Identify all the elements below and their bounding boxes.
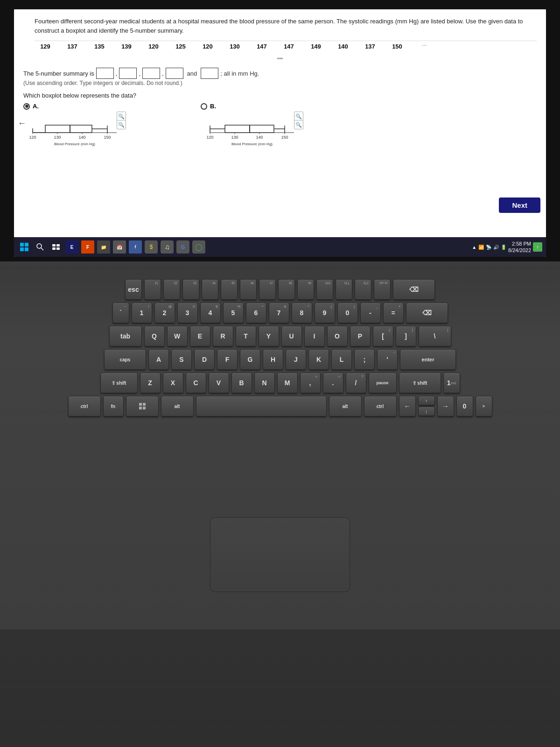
key-0[interactable]: )0 — [337, 303, 358, 323]
key-t[interactable]: T — [236, 326, 256, 346]
summary-input-3[interactable] — [142, 68, 160, 79]
key-y[interactable]: Y — [259, 326, 279, 346]
summary-input-5[interactable] — [201, 68, 218, 79]
key-0-numpad[interactable]: 0 — [456, 396, 473, 416]
key-2[interactable]: @2 — [154, 303, 175, 323]
key-ctrl-left[interactable]: ctrl — [68, 396, 101, 416]
app-icon-2[interactable]: F — [81, 240, 94, 254]
key-o[interactable]: O — [327, 326, 348, 346]
search-icon[interactable] — [34, 240, 47, 254]
key-n[interactable]: N — [254, 373, 275, 393]
key-9[interactable]: (9 — [315, 303, 335, 323]
key-f4[interactable]: f4 — [202, 279, 218, 300]
key-f3[interactable]: f3 — [182, 279, 199, 300]
key-f2[interactable]: f2 — [163, 279, 180, 300]
key-h[interactable]: H — [263, 349, 283, 370]
key-r[interactable]: R — [213, 326, 233, 346]
key-w[interactable]: W — [167, 326, 188, 346]
key-equals[interactable]: += — [383, 303, 404, 323]
radio-b-dot[interactable] — [201, 103, 207, 110]
key-fn[interactable]: fn — [103, 396, 124, 416]
key-rbracket[interactable]: }] — [396, 326, 416, 346]
key-caps[interactable]: caps — [104, 349, 146, 370]
key-p[interactable]: P — [350, 326, 371, 346]
key-f7[interactable]: f7 — [259, 279, 276, 300]
key-escape[interactable]: esc — [125, 279, 142, 300]
key-tab[interactable]: tab — [109, 326, 142, 346]
key-dot-numpad[interactable]: > — [476, 396, 492, 416]
key-5[interactable]: %5 — [223, 303, 244, 323]
app-icon-1[interactable]: E — [65, 240, 78, 254]
key-u[interactable]: U — [281, 326, 302, 346]
key-f9[interactable]: f9 — [297, 279, 314, 300]
zoom-b-icon-2[interactable]: 🔍 — [294, 120, 303, 129]
key-d[interactable]: D — [194, 349, 215, 370]
key-q[interactable]: Q — [144, 326, 165, 346]
key-enter[interactable]: enter — [400, 349, 456, 370]
key-lbracket[interactable]: {[ — [373, 326, 393, 346]
key-slash[interactable]: ?/ — [346, 373, 366, 393]
key-up-arrow[interactable]: ↑ — [418, 396, 435, 405]
key-g[interactable]: G — [240, 349, 260, 370]
key-f10[interactable]: f10 — [316, 279, 333, 300]
app-icon-9[interactable]: ◯ — [192, 240, 205, 254]
key-windows[interactable] — [126, 396, 159, 416]
boxplot-option-b[interactable]: B. 120 — [201, 103, 303, 151]
key-backspace[interactable]: ⌫ — [393, 279, 435, 300]
key-space[interactable] — [196, 396, 327, 416]
zoom-a-icon-1[interactable]: 🔍 — [117, 112, 126, 121]
key-a[interactable]: A — [148, 349, 169, 370]
key-ctrl-right[interactable]: ctrl — [364, 396, 397, 416]
key-m[interactable]: M — [277, 373, 298, 393]
notification-badge[interactable]: ! — [533, 242, 542, 252]
key-f1[interactable]: f1 — [144, 279, 161, 300]
key-f[interactable]: F — [217, 349, 238, 370]
key-l[interactable]: L — [331, 349, 352, 370]
key-s[interactable]: S — [171, 349, 192, 370]
zoom-b-icon-1[interactable]: 🔍 — [294, 112, 303, 121]
app-icon-5[interactable]: f — [129, 240, 142, 254]
radio-b-label[interactable]: B. — [201, 103, 216, 110]
key-j[interactable]: J — [286, 349, 306, 370]
key-x[interactable]: X — [163, 373, 183, 393]
key-1[interactable]: !1 — [132, 303, 152, 323]
key-1-numpad[interactable]: 1end — [443, 373, 460, 393]
key-4[interactable]: $4 — [200, 303, 221, 323]
touchpad[interactable] — [210, 517, 350, 592]
app-icon-4[interactable]: 📅 — [113, 240, 126, 254]
key-k[interactable]: K — [308, 349, 329, 370]
boxplot-option-a[interactable]: A. 120 — [23, 103, 126, 151]
key-6[interactable]: ^6 — [246, 303, 266, 323]
key-v[interactable]: V — [209, 373, 229, 393]
key-shift-left[interactable]: ⇧ shift — [100, 373, 138, 393]
key-7[interactable]: &7 — [269, 303, 289, 323]
key-minus[interactable]: _- — [360, 303, 381, 323]
windows-icon[interactable] — [18, 240, 31, 254]
key-f12[interactable]: f12 — [355, 279, 371, 300]
key-f8[interactable]: f8 — [278, 279, 295, 300]
key-f6[interactable]: f6 — [240, 279, 257, 300]
key-f5[interactable]: f5 — [221, 279, 238, 300]
key-tilde[interactable]: ~` — [112, 303, 129, 323]
taskview-icon[interactable] — [49, 240, 63, 254]
key-c[interactable]: C — [186, 373, 206, 393]
key-z[interactable]: Z — [140, 373, 161, 393]
key-alt-right[interactable]: alt — [329, 396, 362, 416]
summary-input-1[interactable] — [96, 68, 114, 79]
key-e[interactable]: E — [190, 326, 210, 346]
expand-icon[interactable]: ⋯ — [417, 43, 431, 50]
key-period[interactable]: >. — [323, 373, 343, 393]
summary-input-4[interactable] — [166, 68, 183, 79]
summary-input-2[interactable] — [119, 68, 137, 79]
key-8[interactable]: *8 — [292, 303, 312, 323]
key-quote[interactable]: "' — [377, 349, 398, 370]
radio-a-dot[interactable] — [23, 103, 30, 110]
app-icon-6[interactable]: $ — [145, 240, 158, 254]
key-semicolon[interactable]: :; — [354, 349, 375, 370]
key-left-arrow[interactable]: ← — [399, 396, 416, 416]
key-b[interactable]: B — [231, 373, 252, 393]
key-backspace2[interactable]: ⌫ — [406, 303, 448, 323]
key-alt-left[interactable]: alt — [161, 396, 194, 416]
key-down-arrow[interactable]: ↓ — [418, 407, 435, 416]
key-shift-right[interactable]: ⇧ shift — [399, 373, 441, 393]
